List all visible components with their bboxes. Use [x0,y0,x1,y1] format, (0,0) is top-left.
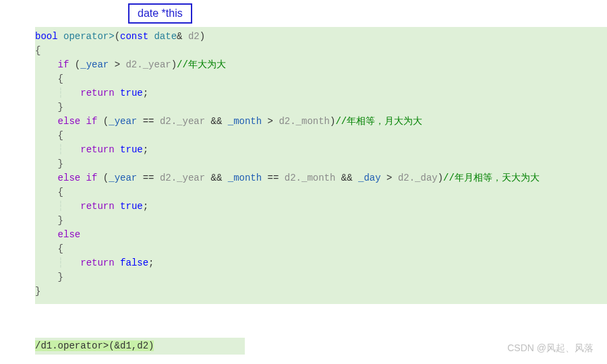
d2-ref: d2 [125,59,137,70]
dot: . [296,173,301,183]
op-eq: == [143,116,154,127]
paren: ( [75,59,80,70]
brace: { [58,73,63,84]
dot: . [171,173,177,183]
keyword-else-if: else if [58,116,98,127]
type-date: date [154,31,177,42]
member-year: _year [109,116,137,127]
d2-year: _year [177,173,205,183]
keyword-const: const [120,31,148,42]
brace-close: } [35,286,40,297]
operator-func: operator> [63,31,115,42]
keyword-else: else [58,229,81,240]
watermark: CSDN @风起、风落 [507,342,594,355]
brace: } [58,272,63,282]
paren: ) [438,173,443,183]
semi: ; [143,88,148,98]
keyword-return: return [80,88,114,98]
literal-true: true [120,144,143,155]
paren: ( [103,173,109,183]
d2-ref: d2 [279,116,290,127]
indent-guide: ┆ [58,257,63,268]
brace: } [58,215,63,226]
d2-year: _year [177,116,205,127]
member-day: _day [358,173,381,183]
d2-year: _year [143,59,171,70]
code-block: bool operator>(const date& d2) { if (_ye… [35,27,607,304]
brace: { [58,243,63,254]
paren: ) [171,59,177,70]
literal-true: true [120,88,143,98]
brace: { [58,187,63,198]
op-and: && [341,173,353,183]
param-d2: d2 [188,31,200,42]
indent-guide: ┆ [58,88,63,98]
keyword-if: if [58,59,69,70]
d2-ref: d2 [285,173,296,183]
brace: } [58,158,63,169]
op-gt: > [386,173,392,183]
highlighted-call: /d1.operator>(&d1,d2) [35,340,154,351]
literal-false: false [120,257,148,268]
dot: . [137,59,142,70]
bottom-code-line: /d1.operator>(&d1,d2) [35,338,245,355]
brace: } [58,102,63,113]
dot: . [290,116,295,127]
op-gt: > [268,116,273,127]
keyword-bool: bool [35,31,58,42]
indent-guide: ┆ [58,201,63,212]
brace-open: { [35,45,40,56]
paren: ( [103,116,109,127]
member-year: _year [80,59,109,70]
indent-guide: ┆ [58,144,63,155]
literal-true: true [120,201,143,212]
d2-month: _month [296,116,330,127]
annotation-label: date *this [128,3,192,24]
ampersand: & [177,31,182,42]
semi: ; [148,257,154,268]
op-and: && [211,173,223,183]
keyword-return: return [80,201,114,212]
op-gt: > [115,59,120,70]
d2-month: _month [301,173,335,183]
comment-2: //年相等，月大为大 [335,116,422,127]
member-year: _year [109,173,137,183]
op-eq: == [268,173,279,183]
paren-close: ) [200,31,205,42]
op-eq: == [143,173,154,183]
semi: ; [143,201,148,212]
keyword-else-if: else if [58,173,98,183]
member-month: _month [228,173,262,183]
brace: { [58,130,63,141]
semi: ; [143,144,148,155]
dot: . [171,116,177,127]
d2-day: _day [415,173,438,183]
op-and: && [211,116,223,127]
keyword-return: return [80,257,114,268]
comment-1: //年大为大 [177,59,226,70]
d2-ref: d2 [160,173,171,183]
d2-ref: d2 [398,173,409,183]
paren-open: ( [115,31,120,42]
d2-ref: d2 [160,116,171,127]
keyword-return: return [80,144,114,155]
member-month: _month [228,116,262,127]
comment-3: //年月相等，天大为大 [443,173,540,183]
dot: . [409,173,415,183]
